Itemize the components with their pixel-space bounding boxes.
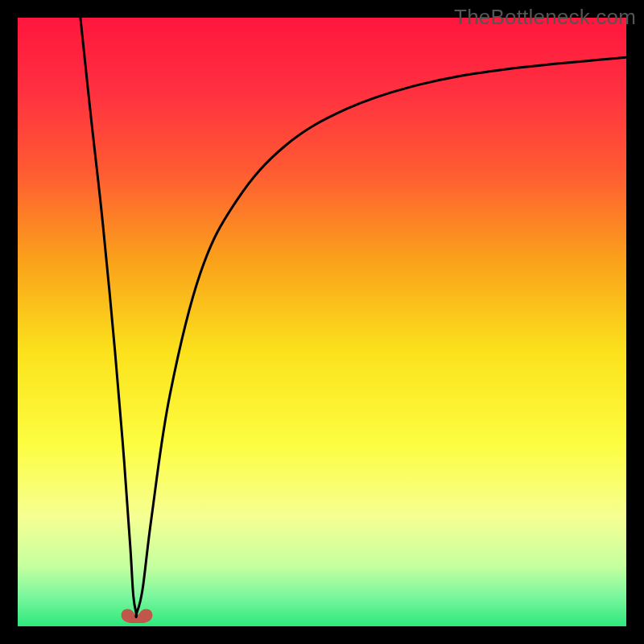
heatmap-background [18,18,626,626]
chart-frame: TheBottleneck.com [0,0,644,644]
watermark-label: TheBottleneck.com [454,5,636,30]
plot-canvas [18,18,626,626]
